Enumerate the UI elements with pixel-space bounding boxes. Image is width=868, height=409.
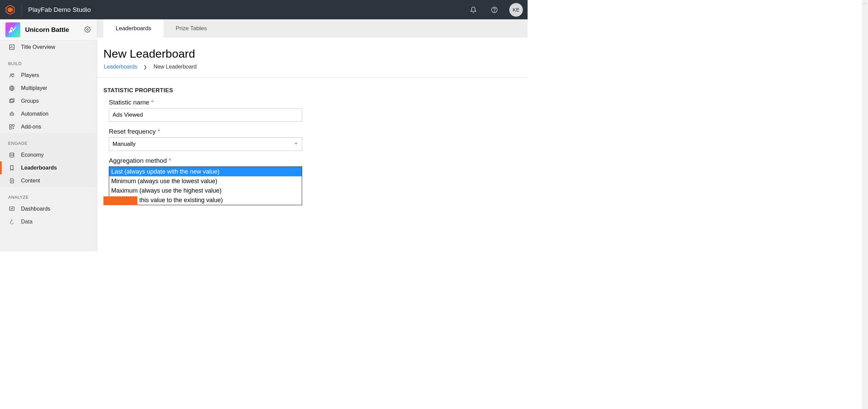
section-analyze: ANALYZE: [0, 187, 97, 202]
main-content: Leaderboards Prize Tables New Leaderboar…: [97, 19, 528, 251]
nav-label: Title Overview: [21, 44, 55, 50]
tab-prize-tables[interactable]: Prize Tables: [163, 19, 219, 38]
tabs-row: Leaderboards Prize Tables: [97, 19, 528, 38]
players-icon: [8, 72, 16, 79]
svg-rect-16: [13, 124, 14, 126]
nav-label: Leaderboards: [21, 165, 57, 171]
data-icon: [8, 218, 16, 226]
nav-addons[interactable]: Add-ons: [0, 120, 97, 133]
tab-leaderboards[interactable]: Leaderboards: [103, 19, 163, 38]
topbar-divider: [22, 4, 22, 16]
bell-icon[interactable]: [467, 4, 479, 16]
svg-point-7: [11, 74, 12, 76]
browser-scrollbar[interactable]: ︿: [862, 0, 868, 251]
statistic-name-input[interactable]: [109, 108, 302, 122]
scroll-up-icon[interactable]: ︿: [862, 1, 868, 5]
nav-groups[interactable]: Groups: [0, 95, 97, 108]
svg-point-14: [13, 114, 13, 115]
svg-point-3: [494, 11, 495, 11]
help-icon[interactable]: [488, 4, 500, 16]
sidebar: Unicorn Battle Title Overview BUILD Play…: [0, 19, 97, 251]
addons-icon: [8, 123, 16, 131]
studio-name[interactable]: PlayFab Demo Studio: [28, 6, 458, 14]
robot-icon: [8, 110, 16, 118]
economy-icon: [8, 151, 16, 159]
svg-marker-1: [8, 7, 13, 12]
divider: [97, 77, 528, 78]
gear-icon[interactable]: [84, 26, 92, 34]
groups-icon: [8, 97, 16, 105]
reset-frequency-value: Manually: [113, 141, 136, 148]
nav-label: Add-ons: [21, 124, 41, 130]
section-heading: STATISTIC PROPERTIES: [103, 87, 517, 94]
nav-label: Data: [21, 219, 33, 225]
nav-label: Groups: [21, 98, 39, 104]
nav-multiplayer[interactable]: Multiplayer: [0, 82, 97, 95]
user-avatar[interactable]: KE: [509, 3, 523, 17]
nav-data[interactable]: Data: [0, 215, 97, 228]
playfab-logo[interactable]: [5, 4, 16, 15]
svg-point-5: [87, 29, 88, 31]
breadcrumb-current: New Leaderboard: [154, 64, 197, 70]
game-icon[interactable]: [5, 22, 20, 37]
dashboards-icon: [8, 205, 16, 213]
aggregation-option-min[interactable]: Minimum (always use the lowest value): [109, 176, 302, 186]
svg-rect-10: [9, 100, 13, 103]
aggregation-label: Aggregation method *: [109, 157, 517, 164]
svg-point-4: [10, 30, 13, 33]
breadcrumb-link[interactable]: Leaderboards: [104, 64, 137, 70]
reset-frequency-label: Reset frequency *: [109, 128, 517, 135]
page-title: New Leaderboard: [103, 47, 517, 60]
nav-dashboards[interactable]: Dashboards: [0, 202, 97, 215]
section-build: BUILD: [0, 54, 97, 69]
svg-rect-11: [11, 99, 14, 102]
svg-point-13: [11, 114, 12, 115]
nav-players[interactable]: Players: [0, 69, 97, 82]
aggregation-option-last[interactable]: Last (always update with the new value): [109, 167, 302, 176]
nav-label: Dashboards: [21, 206, 50, 212]
aggregation-option-max[interactable]: Maximum (always use the highest value): [109, 186, 302, 195]
game-header: Unicorn Battle: [0, 19, 97, 41]
svg-rect-15: [9, 124, 11, 126]
orange-accent: [103, 196, 137, 205]
breadcrumb: Leaderboards ❯ New Leaderboard: [103, 64, 517, 70]
aggregation-option-sum[interactable]: Sum (add this value to the existing valu…: [109, 195, 302, 205]
chevron-down-icon: [294, 141, 298, 148]
reset-frequency-select[interactable]: Manually: [109, 137, 302, 151]
nav-leaderboards[interactable]: Leaderboards: [0, 161, 97, 174]
section-engage: ENGAGE: [0, 133, 97, 149]
game-title[interactable]: Unicorn Battle: [25, 26, 84, 34]
nav-label: Players: [21, 72, 39, 78]
bookmark-icon: [8, 164, 16, 172]
nav-economy[interactable]: Economy: [0, 149, 97, 161]
nav-label: Multiplayer: [21, 85, 47, 91]
svg-rect-12: [10, 113, 14, 116]
nav-title-overview[interactable]: Title Overview: [0, 41, 97, 54]
nav-automation[interactable]: Automation: [0, 108, 97, 120]
nav-content[interactable]: Content: [0, 174, 97, 187]
svg-point-8: [13, 74, 14, 75]
globe-icon: [8, 84, 16, 92]
nav-label: Content: [21, 178, 40, 184]
aggregation-dropdown[interactable]: Last (always update with the new value) …: [109, 167, 302, 205]
topbar: PlayFab Demo Studio KE: [0, 0, 528, 19]
svg-rect-17: [9, 128, 11, 129]
chevron-right-icon: ❯: [143, 64, 147, 70]
nav-label: Automation: [21, 111, 48, 117]
svg-point-2: [492, 7, 497, 13]
document-icon: [8, 177, 16, 184]
svg-point-18: [10, 153, 14, 154]
chart-icon: [8, 43, 16, 51]
statistic-name-label: Statistic name *: [109, 99, 517, 106]
nav-label: Economy: [21, 152, 44, 158]
